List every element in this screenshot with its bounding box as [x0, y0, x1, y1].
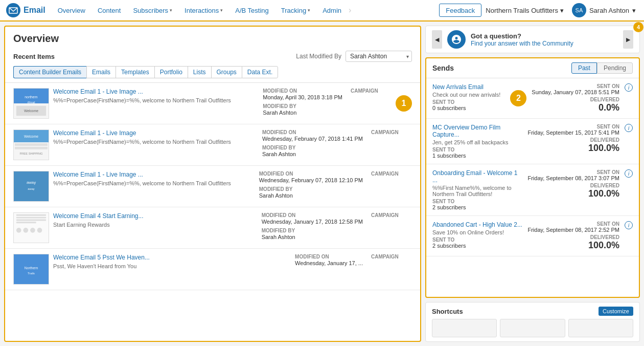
- sent-to-label: SENT TO: [432, 237, 522, 243]
- badge-1: 1: [396, 95, 412, 112]
- modified-by-value: Sarah Ashton: [262, 151, 363, 157]
- info-icon[interactable]: i: [625, 124, 633, 132]
- shortcut-item-1[interactable]: [432, 319, 497, 337]
- send-item: New Arrivals Email Check out our new arr…: [426, 78, 639, 119]
- sends-header: Sends Past Pending: [426, 58, 639, 78]
- shortcuts-box: Shortcuts Customize: [425, 302, 640, 342]
- nav-admin[interactable]: Admin: [316, 0, 348, 21]
- nav-tracking[interactable]: Tracking ▾: [275, 0, 316, 21]
- tab-data-ext[interactable]: Data Ext.: [242, 66, 278, 78]
- send-title[interactable]: Abandoned Cart - High Value 2...: [432, 221, 522, 228]
- nav-subscribers[interactable]: Subscribers ▾: [127, 0, 178, 21]
- email-title[interactable]: Welcome Email 4 Start Earning...: [53, 212, 258, 220]
- campaign-section: CAMPAIGN: [351, 88, 392, 119]
- delivered-value: 0.0%: [532, 102, 619, 113]
- nav-separator: ›: [348, 6, 352, 15]
- community-next-button[interactable]: ▶: [623, 30, 633, 49]
- tab-lists[interactable]: Lists: [188, 66, 211, 78]
- send-info: New Arrivals Email Check out our new arr…: [432, 83, 505, 111]
- tab-content-builder-emails[interactable]: Content Builder Emails: [13, 66, 86, 78]
- campaign-label: CAMPAIGN: [371, 212, 412, 218]
- email-title[interactable]: Welcome Email 5 Psst We Haven...: [53, 254, 291, 261]
- list-item: away away Welcome Email 1 - Live Image .…: [5, 166, 420, 207]
- customize-button[interactable]: Customize: [599, 307, 633, 316]
- nav-user[interactable]: SA Sarah Ashton ▾: [568, 3, 640, 17]
- svg-text:away: away: [27, 180, 36, 185]
- send-title[interactable]: Onboarding Email - Welcome 1 ...: [432, 169, 522, 184]
- nav-org[interactable]: Northern Trails Outfitters ▾: [481, 7, 568, 14]
- email-meta: MODIFIED ON Wednesday, February 07, 2018…: [259, 171, 412, 202]
- tab-templates[interactable]: Templates: [116, 66, 154, 78]
- modified-on-value: Monday, April 30, 2018 3:18 PM: [263, 94, 342, 100]
- interactions-chevron-icon: ▾: [220, 8, 223, 13]
- email-thumbnail: [13, 212, 49, 243]
- nav-feedback-button[interactable]: Feedback: [439, 4, 481, 17]
- email-title[interactable]: Welcome Email 1 - Live Image ...: [53, 88, 259, 95]
- email-content: Welcome Email 1 - Live Image %%=ProperCa…: [53, 129, 412, 160]
- send-item: Onboarding Email - Welcome 1 ... %%First…: [426, 164, 639, 216]
- modified-by-select-wrapper: Sarah Ashton ▾: [346, 51, 412, 62]
- campaign-label: CAMPAIGN: [371, 171, 412, 177]
- modified-on-section: MODIFIED ON Wednesday, February 07, 2018…: [259, 171, 363, 202]
- email-title[interactable]: Welcome Email 1 - Live Image ...: [53, 171, 255, 178]
- community-link[interactable]: Find your answer with the Community: [471, 40, 618, 47]
- send-stats: SENT ON Sunday, January 07, 2018 5:51 PM…: [532, 83, 619, 113]
- campaign-section: CAMPAIGN: [371, 212, 412, 243]
- sent-on-value: Friday, September 08, 2017 3:07 PM: [527, 175, 619, 181]
- email-content: Welcome Email 1 - Live Image ... %%=Prop…: [53, 88, 392, 119]
- tab-past[interactable]: Past: [571, 62, 597, 74]
- tab-emails[interactable]: Emails: [86, 66, 116, 78]
- sent-to-value: 0 subscribers: [432, 105, 505, 111]
- delivered-value: 100.0%: [527, 143, 619, 154]
- email-desc: Psst, We Haven't Heard from You: [53, 263, 291, 270]
- page-title: Overview: [5, 27, 420, 49]
- tab-groups[interactable]: Groups: [211, 66, 242, 78]
- nav-abtesting[interactable]: A/B Testing: [229, 0, 275, 21]
- nav-content[interactable]: Content: [91, 0, 127, 21]
- info-icon[interactable]: i: [625, 169, 633, 178]
- nav-overview[interactable]: Overview: [52, 0, 91, 21]
- email-content: Welcome Email 5 Psst We Haven... Psst, W…: [53, 254, 412, 270]
- community-prev-button[interactable]: ◀: [432, 30, 442, 49]
- nav-interactions[interactable]: Interactions ▾: [178, 0, 229, 21]
- nav-logo[interactable]: Email: [4, 3, 52, 17]
- campaign-section: CAMPAIGN: [371, 171, 412, 202]
- email-desc: %%=ProperCase(FirstName)=%%, welcome to …: [53, 180, 255, 187]
- modified-by-select[interactable]: Sarah Ashton: [346, 51, 412, 62]
- sent-on-value: Sunday, January 07, 2018 5:51 PM: [532, 89, 619, 95]
- email-thumbnail: Northern Trails: [13, 254, 49, 285]
- community-box: ◀ Got a question? Find your answer with …: [425, 26, 640, 53]
- community-title: Got a question?: [471, 32, 618, 40]
- sends-title: Sends: [432, 64, 454, 72]
- svg-rect-13: [14, 171, 49, 201]
- campaign-label: CAMPAIGN: [371, 129, 412, 135]
- right-panel: ◀ Got a question? Find your answer with …: [425, 26, 640, 342]
- sent-on-label: SENT ON: [532, 83, 619, 89]
- shortcut-items: [432, 319, 633, 337]
- email-list: northern @trail Welcome Welcome Email 1 …: [5, 83, 420, 341]
- sent-to-value: 1 subscribers: [432, 153, 522, 159]
- email-title[interactable]: Welcome Email 1 - Live Image: [53, 129, 258, 137]
- sent-to-label: SENT TO: [432, 199, 522, 204]
- modified-by-value: Sarah Ashton: [263, 110, 342, 116]
- org-chevron-icon: ▾: [560, 7, 564, 14]
- tab-pending[interactable]: Pending: [597, 62, 633, 74]
- svg-rect-18: [16, 217, 46, 219]
- shortcut-item-3[interactable]: [568, 319, 633, 337]
- list-item: Welcome FREE SHIPPING Welcome Email 1 - …: [5, 124, 420, 166]
- info-icon[interactable]: i: [625, 83, 633, 92]
- svg-text:FREE SHIPPING: FREE SHIPPING: [20, 152, 43, 155]
- info-icon[interactable]: i: [625, 221, 633, 229]
- shortcut-item-2[interactable]: [500, 319, 565, 337]
- email-info: Welcome Email 4 Start Earning... Start E…: [53, 212, 258, 229]
- tab-portfolio[interactable]: Portfolio: [154, 66, 188, 78]
- send-title[interactable]: MC Overview Demo Film Capture...: [432, 124, 522, 138]
- svg-rect-10: [15, 143, 48, 146]
- nav-logo-text: Email: [24, 6, 45, 15]
- svg-text:away: away: [28, 187, 35, 190]
- email-info: Welcome Email 1 - Live Image ... %%=Prop…: [53, 171, 255, 187]
- svg-point-22: [23, 228, 28, 233]
- send-title[interactable]: New Arrivals Email: [432, 83, 505, 91]
- list-item: northern @trail Welcome Welcome Email 1 …: [5, 83, 420, 124]
- sends-box: Sends Past Pending New Arrivals Email Ch…: [425, 57, 640, 298]
